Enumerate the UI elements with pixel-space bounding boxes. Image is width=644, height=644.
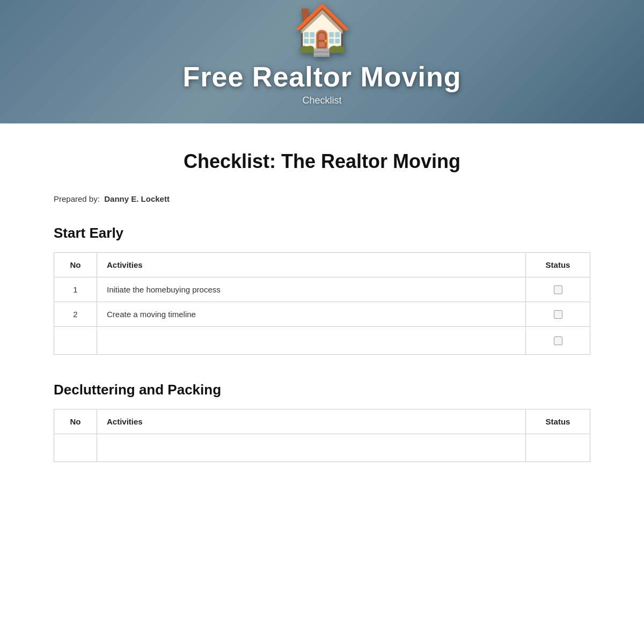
- table-row: 1 Initiate the homebuying process: [54, 277, 590, 302]
- hero-subtitle: Checklist: [183, 95, 462, 106]
- section-title-start-early: Start Early: [54, 225, 590, 241]
- table-header-row: No Activities Status: [54, 253, 590, 277]
- col-header-status: Status: [526, 409, 590, 434]
- checkbox-icon[interactable]: [554, 336, 562, 345]
- col-header-activities: Activities: [97, 409, 526, 434]
- start-early-table: No Activities Status 1 Initiate the home…: [54, 252, 590, 355]
- hero-text-block: Free Realtor Moving Checklist: [183, 61, 462, 106]
- row-number: 2: [54, 302, 97, 327]
- hero-banner: 🏠 Free Realtor Moving Checklist: [0, 0, 644, 123]
- house-icon: 🏠: [292, 5, 352, 54]
- row-activity: Initiate the homebuying process: [97, 277, 526, 302]
- prepared-by: Prepared by: Danny E. Lockett: [54, 194, 590, 203]
- row-activity: Create a moving timeline: [97, 302, 526, 327]
- row-number: 1: [54, 277, 97, 302]
- row-number-empty: [54, 434, 97, 462]
- checkbox-icon[interactable]: [554, 286, 562, 294]
- decluttering-table: No Activities Status: [54, 409, 590, 462]
- checkbox-icon[interactable]: [554, 310, 562, 319]
- prepared-label: Prepared by:: [54, 194, 100, 203]
- table-row-empty: [54, 327, 590, 355]
- table-row-empty: [54, 434, 590, 462]
- main-content: Checklist: The Realtor Moving Prepared b…: [0, 123, 644, 521]
- col-header-status: Status: [526, 253, 590, 277]
- table-row: 2 Create a moving timeline: [54, 302, 590, 327]
- table-header-row: No Activities Status: [54, 409, 590, 434]
- col-header-activities: Activities: [97, 253, 526, 277]
- row-number-empty: [54, 327, 97, 355]
- col-header-no: No: [54, 253, 97, 277]
- prepared-name: Danny E. Lockett: [104, 194, 170, 203]
- row-status-empty: [526, 434, 590, 462]
- row-status-empty[interactable]: [526, 327, 590, 355]
- page-title: Checklist: The Realtor Moving: [54, 150, 590, 173]
- hero-title: Free Realtor Moving: [183, 61, 462, 93]
- col-header-no: No: [54, 409, 97, 434]
- row-status[interactable]: [526, 302, 590, 327]
- row-activity-empty: [97, 434, 526, 462]
- row-status[interactable]: [526, 277, 590, 302]
- row-activity-empty: [97, 327, 526, 355]
- section-title-decluttering: Decluttering and Packing: [54, 382, 590, 398]
